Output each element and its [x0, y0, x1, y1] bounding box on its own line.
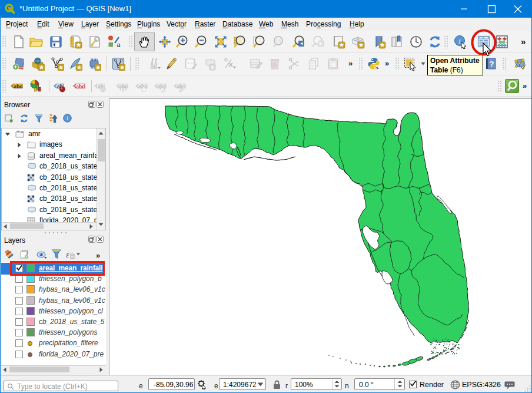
svg-text:1:1: 1:1 [275, 39, 281, 43]
svg-text:a: a [117, 41, 121, 48]
svg-text:i: i [66, 115, 68, 121]
svg-text:abc: abc [14, 84, 22, 90]
svg-text:abc: abc [76, 84, 85, 90]
svg-text:?: ? [490, 60, 494, 68]
svg-text:ε: ε [66, 250, 69, 259]
svg-text:i: i [458, 37, 461, 45]
